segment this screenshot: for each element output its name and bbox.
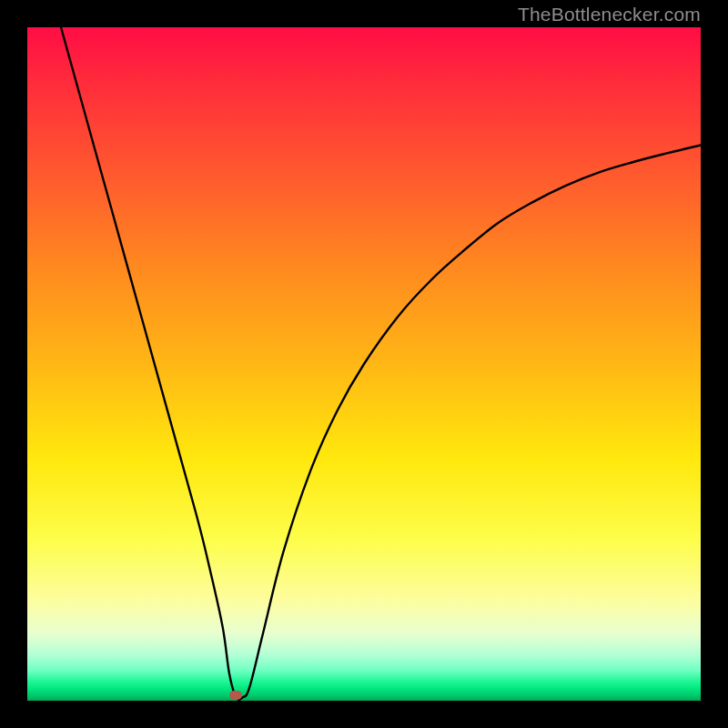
min-marker [229,691,242,700]
bottleneck-curve [61,27,701,700]
attribution-label: TheBottlenecker.com [518,4,701,25]
chart-frame: TheBottlenecker.com [0,0,728,728]
curve-svg [27,27,701,701]
plot-area [27,27,701,701]
